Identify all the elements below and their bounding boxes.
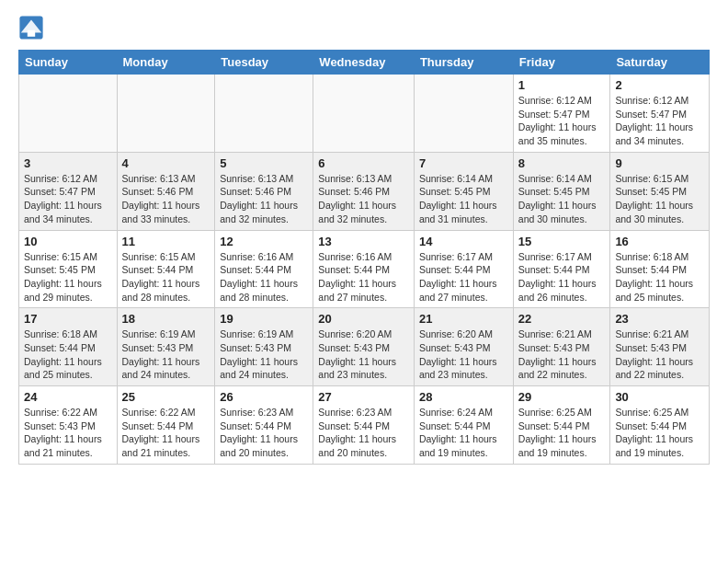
day-info: Sunrise: 6:17 AMSunset: 5:44 PMDaylight:…	[518, 250, 606, 304]
calendar-cell: 2Sunrise: 6:12 AMSunset: 5:47 PMDaylight…	[610, 75, 710, 153]
calendar-cell: 25Sunrise: 6:22 AMSunset: 5:44 PMDayligh…	[117, 386, 215, 465]
calendar-cell: 29Sunrise: 6:25 AMSunset: 5:44 PMDayligh…	[513, 386, 610, 465]
day-info: Sunrise: 6:22 AMSunset: 5:43 PMDaylight:…	[24, 406, 112, 460]
day-number: 26	[220, 390, 308, 404]
day-info: Sunrise: 6:21 AMSunset: 5:43 PMDaylight:…	[518, 327, 606, 382]
calendar-cell	[117, 75, 215, 153]
calendar-cell: 6Sunrise: 6:13 AMSunset: 5:46 PMDaylight…	[313, 152, 415, 230]
day-info: Sunrise: 6:17 AMSunset: 5:44 PMDaylight:…	[419, 250, 508, 304]
calendar-cell: 28Sunrise: 6:24 AMSunset: 5:44 PMDayligh…	[414, 386, 513, 465]
calendar-week-2: 3Sunrise: 6:12 AMSunset: 5:47 PMDaylight…	[19, 152, 710, 230]
day-info: Sunrise: 6:18 AMSunset: 5:44 PMDaylight:…	[24, 327, 112, 382]
weekday-saturday: Saturday	[610, 51, 710, 75]
calendar-cell: 22Sunrise: 6:21 AMSunset: 5:43 PMDayligh…	[513, 308, 610, 386]
calendar-cell: 27Sunrise: 6:23 AMSunset: 5:44 PMDayligh…	[313, 386, 415, 465]
day-info: Sunrise: 6:18 AMSunset: 5:44 PMDaylight:…	[615, 250, 704, 304]
calendar-cell: 30Sunrise: 6:25 AMSunset: 5:44 PMDayligh…	[610, 386, 710, 465]
day-number: 14	[419, 235, 508, 248]
svg-rect-2	[28, 30, 35, 37]
day-info: Sunrise: 6:14 AMSunset: 5:45 PMDaylight:…	[419, 172, 508, 226]
day-number: 22	[518, 312, 606, 326]
calendar-week-5: 24Sunrise: 6:22 AMSunset: 5:43 PMDayligh…	[19, 386, 710, 465]
calendar-cell: 3Sunrise: 6:12 AMSunset: 5:47 PMDaylight…	[19, 152, 118, 230]
day-number: 27	[318, 390, 409, 404]
day-number: 2	[615, 78, 704, 92]
weekday-header-row: SundayMondayTuesdayWednesdayThursdayFrid…	[19, 51, 710, 75]
day-info: Sunrise: 6:23 AMSunset: 5:44 PMDaylight:…	[318, 406, 409, 460]
calendar-week-1: 1Sunrise: 6:12 AMSunset: 5:47 PMDaylight…	[19, 75, 710, 153]
day-info: Sunrise: 6:16 AMSunset: 5:44 PMDaylight:…	[220, 250, 308, 304]
day-number: 30	[615, 390, 704, 404]
calendar-cell	[215, 75, 313, 153]
day-number: 15	[518, 235, 606, 248]
day-number: 3	[24, 156, 112, 170]
day-number: 29	[518, 390, 606, 404]
day-number: 25	[122, 390, 210, 404]
calendar-cell: 9Sunrise: 6:15 AMSunset: 5:45 PMDaylight…	[610, 152, 710, 230]
day-info: Sunrise: 6:25 AMSunset: 5:44 PMDaylight:…	[615, 406, 704, 460]
day-info: Sunrise: 6:25 AMSunset: 5:44 PMDaylight:…	[518, 406, 606, 460]
day-number: 8	[518, 156, 606, 170]
weekday-thursday: Thursday	[414, 51, 513, 75]
day-info: Sunrise: 6:13 AMSunset: 5:46 PMDaylight:…	[220, 172, 308, 226]
calendar-cell: 23Sunrise: 6:21 AMSunset: 5:43 PMDayligh…	[610, 308, 710, 386]
header	[18, 15, 710, 40]
calendar-cell: 26Sunrise: 6:23 AMSunset: 5:44 PMDayligh…	[215, 386, 313, 465]
day-number: 13	[318, 235, 409, 248]
calendar-cell: 14Sunrise: 6:17 AMSunset: 5:44 PMDayligh…	[414, 230, 513, 308]
logo	[18, 15, 48, 40]
calendar-header: SundayMondayTuesdayWednesdayThursdayFrid…	[19, 51, 710, 75]
day-number: 11	[122, 235, 210, 248]
day-number: 17	[24, 312, 112, 326]
day-info: Sunrise: 6:13 AMSunset: 5:46 PMDaylight:…	[122, 172, 210, 226]
day-info: Sunrise: 6:14 AMSunset: 5:45 PMDaylight:…	[518, 172, 606, 226]
day-info: Sunrise: 6:19 AMSunset: 5:43 PMDaylight:…	[122, 327, 210, 382]
calendar-cell: 18Sunrise: 6:19 AMSunset: 5:43 PMDayligh…	[117, 308, 215, 386]
day-info: Sunrise: 6:15 AMSunset: 5:45 PMDaylight:…	[24, 250, 112, 304]
day-number: 1	[518, 78, 606, 92]
weekday-friday: Friday	[513, 51, 610, 75]
weekday-monday: Monday	[117, 51, 215, 75]
day-info: Sunrise: 6:15 AMSunset: 5:45 PMDaylight:…	[615, 172, 704, 226]
logo-icon	[18, 15, 44, 40]
day-number: 23	[615, 312, 704, 326]
calendar-cell: 15Sunrise: 6:17 AMSunset: 5:44 PMDayligh…	[513, 230, 610, 308]
calendar-body: 1Sunrise: 6:12 AMSunset: 5:47 PMDaylight…	[19, 75, 710, 465]
day-info: Sunrise: 6:12 AMSunset: 5:47 PMDaylight:…	[615, 94, 704, 148]
calendar-cell: 11Sunrise: 6:15 AMSunset: 5:44 PMDayligh…	[117, 230, 215, 308]
calendar-cell: 13Sunrise: 6:16 AMSunset: 5:44 PMDayligh…	[313, 230, 415, 308]
day-number: 5	[220, 156, 308, 170]
day-number: 10	[24, 235, 112, 248]
calendar-cell: 21Sunrise: 6:20 AMSunset: 5:43 PMDayligh…	[414, 308, 513, 386]
day-number: 24	[24, 390, 112, 404]
calendar-cell	[313, 75, 415, 153]
day-number: 9	[615, 156, 704, 170]
day-info: Sunrise: 6:15 AMSunset: 5:44 PMDaylight:…	[122, 250, 210, 304]
day-info: Sunrise: 6:12 AMSunset: 5:47 PMDaylight:…	[518, 94, 606, 148]
day-info: Sunrise: 6:22 AMSunset: 5:44 PMDaylight:…	[122, 406, 210, 460]
day-info: Sunrise: 6:16 AMSunset: 5:44 PMDaylight:…	[318, 250, 409, 304]
day-number: 16	[615, 235, 704, 248]
calendar-cell	[19, 75, 118, 153]
calendar-cell: 5Sunrise: 6:13 AMSunset: 5:46 PMDaylight…	[215, 152, 313, 230]
day-info: Sunrise: 6:21 AMSunset: 5:43 PMDaylight:…	[615, 327, 704, 382]
calendar-cell: 4Sunrise: 6:13 AMSunset: 5:46 PMDaylight…	[117, 152, 215, 230]
day-number: 6	[318, 156, 409, 170]
weekday-tuesday: Tuesday	[215, 51, 313, 75]
calendar-cell: 12Sunrise: 6:16 AMSunset: 5:44 PMDayligh…	[215, 230, 313, 308]
day-info: Sunrise: 6:20 AMSunset: 5:43 PMDaylight:…	[318, 327, 409, 382]
day-info: Sunrise: 6:19 AMSunset: 5:43 PMDaylight:…	[220, 327, 308, 382]
calendar-cell: 8Sunrise: 6:14 AMSunset: 5:45 PMDaylight…	[513, 152, 610, 230]
day-number: 7	[419, 156, 508, 170]
calendar-cell: 20Sunrise: 6:20 AMSunset: 5:43 PMDayligh…	[313, 308, 415, 386]
calendar-table: SundayMondayTuesdayWednesdayThursdayFrid…	[18, 50, 710, 465]
page-container: SundayMondayTuesdayWednesdayThursdayFrid…	[0, 0, 728, 479]
day-info: Sunrise: 6:20 AMSunset: 5:43 PMDaylight:…	[419, 327, 508, 382]
calendar-cell: 24Sunrise: 6:22 AMSunset: 5:43 PMDayligh…	[19, 386, 118, 465]
calendar-cell: 17Sunrise: 6:18 AMSunset: 5:44 PMDayligh…	[19, 308, 118, 386]
calendar-cell: 19Sunrise: 6:19 AMSunset: 5:43 PMDayligh…	[215, 308, 313, 386]
day-number: 4	[122, 156, 210, 170]
calendar-cell: 1Sunrise: 6:12 AMSunset: 5:47 PMDaylight…	[513, 75, 610, 153]
calendar-cell	[414, 75, 513, 153]
day-number: 21	[419, 312, 508, 326]
